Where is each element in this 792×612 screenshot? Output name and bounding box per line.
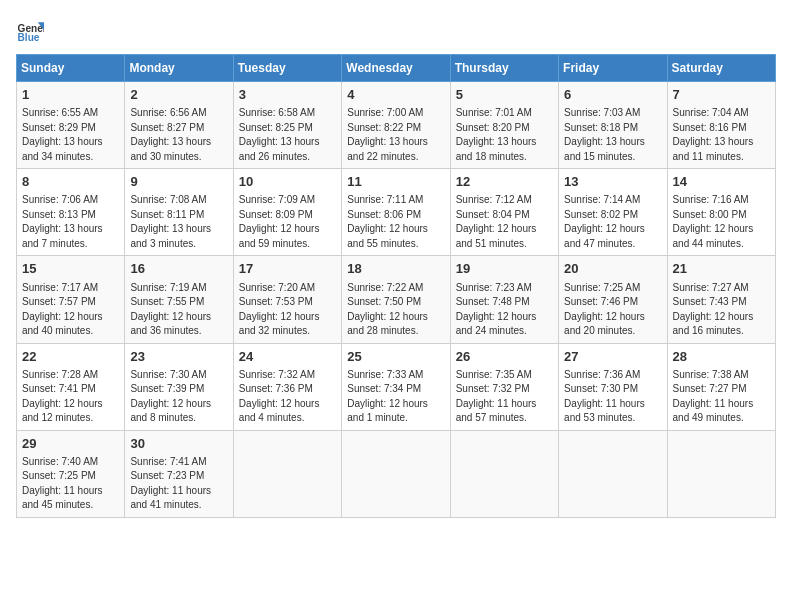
logo-icon: General Blue	[16, 16, 44, 44]
table-row: 3Sunrise: 6:58 AM Sunset: 8:25 PM Daylig…	[233, 82, 341, 169]
day-info: Sunrise: 7:12 AM Sunset: 8:04 PM Dayligh…	[456, 193, 553, 251]
day-info: Sunrise: 7:40 AM Sunset: 7:25 PM Dayligh…	[22, 455, 119, 513]
day-number: 13	[564, 173, 661, 191]
day-number: 1	[22, 86, 119, 104]
table-row: 12Sunrise: 7:12 AM Sunset: 8:04 PM Dayli…	[450, 169, 558, 256]
table-row: 1Sunrise: 6:55 AM Sunset: 8:29 PM Daylig…	[17, 82, 125, 169]
day-info: Sunrise: 7:41 AM Sunset: 7:23 PM Dayligh…	[130, 455, 227, 513]
day-info: Sunrise: 7:17 AM Sunset: 7:57 PM Dayligh…	[22, 281, 119, 339]
day-info: Sunrise: 6:56 AM Sunset: 8:27 PM Dayligh…	[130, 106, 227, 164]
day-info: Sunrise: 7:23 AM Sunset: 7:48 PM Dayligh…	[456, 281, 553, 339]
day-number: 10	[239, 173, 336, 191]
day-number: 28	[673, 348, 770, 366]
day-info: Sunrise: 7:14 AM Sunset: 8:02 PM Dayligh…	[564, 193, 661, 251]
day-number: 11	[347, 173, 444, 191]
day-number: 6	[564, 86, 661, 104]
day-info: Sunrise: 7:06 AM Sunset: 8:13 PM Dayligh…	[22, 193, 119, 251]
calendar-table: SundayMondayTuesdayWednesdayThursdayFrid…	[16, 54, 776, 518]
calendar-header-tuesday: Tuesday	[233, 55, 341, 82]
table-row: 21Sunrise: 7:27 AM Sunset: 7:43 PM Dayli…	[667, 256, 775, 343]
day-info: Sunrise: 7:16 AM Sunset: 8:00 PM Dayligh…	[673, 193, 770, 251]
table-row: 28Sunrise: 7:38 AM Sunset: 7:27 PM Dayli…	[667, 343, 775, 430]
logo: General Blue	[16, 16, 48, 44]
table-row	[342, 430, 450, 517]
table-row	[559, 430, 667, 517]
day-number: 7	[673, 86, 770, 104]
calendar-header-friday: Friday	[559, 55, 667, 82]
day-number: 30	[130, 435, 227, 453]
day-info: Sunrise: 7:28 AM Sunset: 7:41 PM Dayligh…	[22, 368, 119, 426]
day-info: Sunrise: 7:27 AM Sunset: 7:43 PM Dayligh…	[673, 281, 770, 339]
day-info: Sunrise: 7:11 AM Sunset: 8:06 PM Dayligh…	[347, 193, 444, 251]
day-number: 23	[130, 348, 227, 366]
table-row: 29Sunrise: 7:40 AM Sunset: 7:25 PM Dayli…	[17, 430, 125, 517]
day-info: Sunrise: 6:58 AM Sunset: 8:25 PM Dayligh…	[239, 106, 336, 164]
table-row: 15Sunrise: 7:17 AM Sunset: 7:57 PM Dayli…	[17, 256, 125, 343]
day-info: Sunrise: 7:33 AM Sunset: 7:34 PM Dayligh…	[347, 368, 444, 426]
table-row: 4Sunrise: 7:00 AM Sunset: 8:22 PM Daylig…	[342, 82, 450, 169]
table-row: 2Sunrise: 6:56 AM Sunset: 8:27 PM Daylig…	[125, 82, 233, 169]
calendar-week-4: 22Sunrise: 7:28 AM Sunset: 7:41 PM Dayli…	[17, 343, 776, 430]
table-row: 6Sunrise: 7:03 AM Sunset: 8:18 PM Daylig…	[559, 82, 667, 169]
calendar-header-thursday: Thursday	[450, 55, 558, 82]
day-number: 24	[239, 348, 336, 366]
calendar-week-5: 29Sunrise: 7:40 AM Sunset: 7:25 PM Dayli…	[17, 430, 776, 517]
table-row: 16Sunrise: 7:19 AM Sunset: 7:55 PM Dayli…	[125, 256, 233, 343]
calendar-header-sunday: Sunday	[17, 55, 125, 82]
day-number: 9	[130, 173, 227, 191]
table-row: 24Sunrise: 7:32 AM Sunset: 7:36 PM Dayli…	[233, 343, 341, 430]
calendar-header-row: SundayMondayTuesdayWednesdayThursdayFrid…	[17, 55, 776, 82]
day-number: 29	[22, 435, 119, 453]
page-header: General Blue	[16, 16, 776, 44]
table-row: 18Sunrise: 7:22 AM Sunset: 7:50 PM Dayli…	[342, 256, 450, 343]
day-number: 17	[239, 260, 336, 278]
table-row: 7Sunrise: 7:04 AM Sunset: 8:16 PM Daylig…	[667, 82, 775, 169]
day-number: 15	[22, 260, 119, 278]
day-info: Sunrise: 7:30 AM Sunset: 7:39 PM Dayligh…	[130, 368, 227, 426]
calendar-week-1: 1Sunrise: 6:55 AM Sunset: 8:29 PM Daylig…	[17, 82, 776, 169]
day-info: Sunrise: 7:20 AM Sunset: 7:53 PM Dayligh…	[239, 281, 336, 339]
day-info: Sunrise: 7:08 AM Sunset: 8:11 PM Dayligh…	[130, 193, 227, 251]
table-row: 26Sunrise: 7:35 AM Sunset: 7:32 PM Dayli…	[450, 343, 558, 430]
day-number: 2	[130, 86, 227, 104]
day-number: 16	[130, 260, 227, 278]
day-info: Sunrise: 7:01 AM Sunset: 8:20 PM Dayligh…	[456, 106, 553, 164]
calendar-week-2: 8Sunrise: 7:06 AM Sunset: 8:13 PM Daylig…	[17, 169, 776, 256]
day-number: 20	[564, 260, 661, 278]
day-number: 4	[347, 86, 444, 104]
table-row: 20Sunrise: 7:25 AM Sunset: 7:46 PM Dayli…	[559, 256, 667, 343]
day-info: Sunrise: 7:36 AM Sunset: 7:30 PM Dayligh…	[564, 368, 661, 426]
table-row: 19Sunrise: 7:23 AM Sunset: 7:48 PM Dayli…	[450, 256, 558, 343]
day-info: Sunrise: 7:03 AM Sunset: 8:18 PM Dayligh…	[564, 106, 661, 164]
table-row: 17Sunrise: 7:20 AM Sunset: 7:53 PM Dayli…	[233, 256, 341, 343]
day-info: Sunrise: 6:55 AM Sunset: 8:29 PM Dayligh…	[22, 106, 119, 164]
table-row: 25Sunrise: 7:33 AM Sunset: 7:34 PM Dayli…	[342, 343, 450, 430]
day-number: 18	[347, 260, 444, 278]
day-number: 21	[673, 260, 770, 278]
table-row	[233, 430, 341, 517]
day-number: 25	[347, 348, 444, 366]
table-row: 23Sunrise: 7:30 AM Sunset: 7:39 PM Dayli…	[125, 343, 233, 430]
day-info: Sunrise: 7:22 AM Sunset: 7:50 PM Dayligh…	[347, 281, 444, 339]
day-number: 22	[22, 348, 119, 366]
table-row: 30Sunrise: 7:41 AM Sunset: 7:23 PM Dayli…	[125, 430, 233, 517]
day-info: Sunrise: 7:19 AM Sunset: 7:55 PM Dayligh…	[130, 281, 227, 339]
day-info: Sunrise: 7:09 AM Sunset: 8:09 PM Dayligh…	[239, 193, 336, 251]
day-info: Sunrise: 7:04 AM Sunset: 8:16 PM Dayligh…	[673, 106, 770, 164]
calendar-header-wednesday: Wednesday	[342, 55, 450, 82]
day-number: 19	[456, 260, 553, 278]
day-info: Sunrise: 7:32 AM Sunset: 7:36 PM Dayligh…	[239, 368, 336, 426]
table-row: 11Sunrise: 7:11 AM Sunset: 8:06 PM Dayli…	[342, 169, 450, 256]
day-info: Sunrise: 7:35 AM Sunset: 7:32 PM Dayligh…	[456, 368, 553, 426]
calendar-header-monday: Monday	[125, 55, 233, 82]
table-row: 10Sunrise: 7:09 AM Sunset: 8:09 PM Dayli…	[233, 169, 341, 256]
day-number: 14	[673, 173, 770, 191]
day-number: 27	[564, 348, 661, 366]
svg-text:Blue: Blue	[18, 32, 40, 43]
table-row: 14Sunrise: 7:16 AM Sunset: 8:00 PM Dayli…	[667, 169, 775, 256]
day-number: 12	[456, 173, 553, 191]
calendar-week-3: 15Sunrise: 7:17 AM Sunset: 7:57 PM Dayli…	[17, 256, 776, 343]
table-row	[667, 430, 775, 517]
table-row: 22Sunrise: 7:28 AM Sunset: 7:41 PM Dayli…	[17, 343, 125, 430]
table-row: 5Sunrise: 7:01 AM Sunset: 8:20 PM Daylig…	[450, 82, 558, 169]
